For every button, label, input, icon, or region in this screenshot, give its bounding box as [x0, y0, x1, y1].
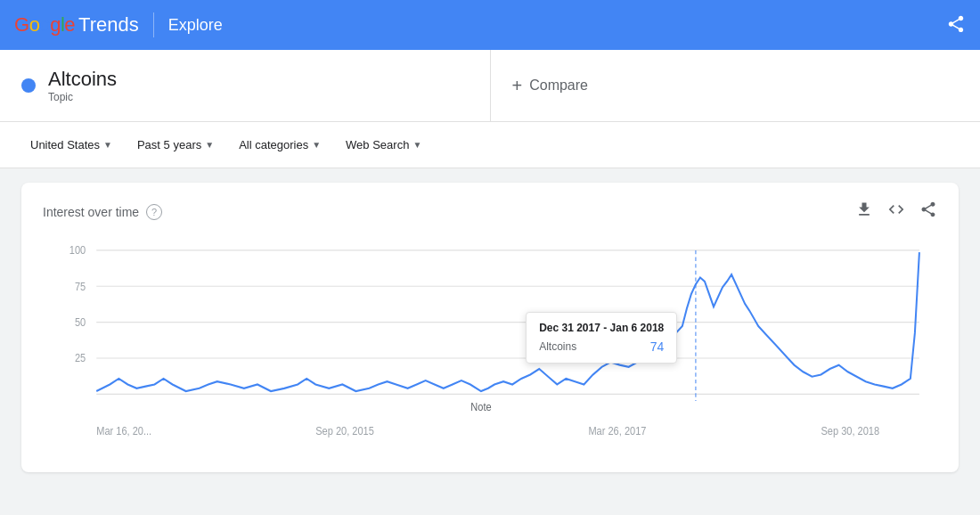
category-filter[interactable]: All categories ▼: [230, 133, 330, 157]
svg-text:50: 50: [75, 317, 86, 328]
explore-label: Explore: [168, 16, 223, 35]
time-range-label: Past 5 years: [137, 138, 201, 151]
trends-wordmark: Trends: [78, 13, 139, 37]
filters-bar: United States ▼ Past 5 years ▼ All categ…: [0, 122, 980, 168]
header-left: Google Trends Explore: [14, 12, 223, 37]
chevron-down-icon: ▼: [412, 140, 421, 150]
download-button[interactable]: [855, 200, 873, 223]
header-divider: [153, 12, 154, 37]
svg-text:Sep 20, 2015: Sep 20, 2015: [315, 426, 374, 437]
header-share-button[interactable]: [946, 14, 966, 37]
interest-over-time-card: Interest over time ?: [21, 183, 959, 472]
share-chart-button[interactable]: [919, 200, 937, 223]
google-trends-logo: Google Trends: [14, 13, 139, 37]
svg-text:75: 75: [75, 281, 86, 291]
chart-title: Interest over time: [43, 205, 139, 219]
main-content: Interest over time ?: [0, 168, 980, 486]
download-icon: [855, 200, 873, 218]
term-dot: [21, 78, 36, 93]
trend-chart-svg: 100 75 50 25 Note Mar 16, 20... Sep 20, …: [43, 241, 937, 454]
embed-icon: [887, 200, 905, 218]
term-name: Altcoins: [48, 68, 117, 91]
time-range-filter[interactable]: Past 5 years ▼: [128, 133, 223, 157]
svg-text:100: 100: [69, 245, 86, 256]
chevron-down-icon: ▼: [103, 140, 112, 150]
term-type: Topic: [48, 91, 117, 103]
embed-button[interactable]: [887, 200, 905, 223]
compare-box[interactable]: + Compare: [491, 50, 981, 121]
svg-text:25: 25: [75, 353, 86, 364]
search-term-box: Altcoins Topic: [0, 50, 491, 121]
search-type-label: Web Search: [346, 138, 409, 151]
search-section: Altcoins Topic + Compare: [0, 50, 980, 122]
search-type-filter[interactable]: Web Search ▼: [337, 133, 430, 157]
chevron-down-icon: ▼: [312, 140, 321, 150]
region-label: United States: [30, 138, 100, 151]
category-label: All categories: [239, 138, 308, 151]
svg-text:Mar 16, 20...: Mar 16, 20...: [96, 426, 151, 437]
app-header: Google Trends Explore: [0, 0, 980, 50]
svg-text:Mar 26, 2017: Mar 26, 2017: [588, 426, 646, 437]
compare-plus-icon: +: [512, 76, 523, 96]
chart-container: 100 75 50 25 Note Mar 16, 20... Sep 20, …: [43, 241, 937, 454]
chart-title-area: Interest over time ?: [43, 204, 162, 220]
chart-actions: [855, 200, 937, 223]
compare-label: Compare: [529, 78, 588, 94]
svg-text:Note: Note: [470, 402, 491, 413]
chart-header: Interest over time ?: [43, 200, 937, 223]
google-wordmark: Google: [14, 13, 75, 37]
share-icon: [946, 14, 966, 34]
svg-text:Sep 30, 2018: Sep 30, 2018: [821, 426, 879, 437]
term-info: Altcoins Topic: [48, 68, 117, 103]
chevron-down-icon: ▼: [205, 140, 214, 150]
share-chart-icon: [919, 200, 937, 218]
region-filter[interactable]: United States ▼: [21, 133, 121, 157]
help-icon[interactable]: ?: [146, 204, 162, 220]
